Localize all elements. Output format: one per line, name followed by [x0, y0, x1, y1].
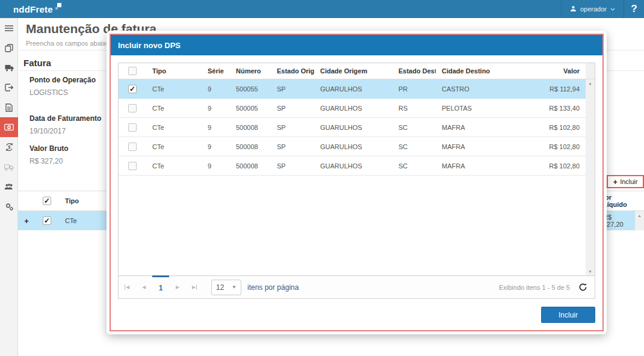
- sidebar-item-money-exchange[interactable]: $: [0, 137, 18, 157]
- modal-footer: Incluir: [118, 307, 595, 323]
- cell-estado-destino: SC: [392, 124, 436, 131]
- pager-status: Exibindo itens 1 - 5 de 5: [499, 284, 570, 291]
- field-label-ponto-operacao: Ponto de Operação: [29, 76, 114, 84]
- dps-grid-header: Tipo Série Número Estado Orig... Cidade …: [119, 63, 595, 79]
- header-scrollbar-spacer: [586, 63, 595, 79]
- page-size-select[interactable]: 12 ▼: [211, 280, 241, 295]
- dps-grid: Tipo Série Número Estado Orig... Cidade …: [118, 63, 595, 299]
- scroll-up-icon: ▲: [588, 81, 592, 85]
- field-value-ponto-operacao[interactable]: LOGISTICS: [29, 88, 114, 97]
- row-checkbox[interactable]: [128, 162, 137, 170]
- pager: ◀ ◀ 1 ▶ ▶ 12 ▼ itens por página Exibindo…: [119, 275, 595, 298]
- annotation-highlight-box: Incluir novo DPS Tipo Série Número Estad…: [110, 34, 604, 331]
- help-icon: ?: [631, 3, 637, 15]
- grid-scrollbar[interactable]: ▲: [635, 211, 644, 230]
- select-all-checkbox[interactable]: [43, 197, 51, 205]
- user-icon: [570, 5, 577, 13]
- col-header-estado-destino[interactable]: Estado Dest...: [392, 67, 436, 75]
- cell-cidade-origem: GUARULHOS: [314, 124, 392, 131]
- plus-icon: +: [613, 177, 618, 186]
- cell-valor: R$ 102,80: [515, 124, 586, 131]
- col-header-cidade-origem[interactable]: Cidade Origem: [314, 67, 392, 75]
- incluir-dps-button[interactable]: + Incluir: [607, 175, 644, 188]
- incluir-dps-modal: Incluir novo DPS Tipo Série Número Estad…: [107, 31, 607, 334]
- sidebar-item-documents[interactable]: [0, 38, 18, 58]
- select-all-checkbox[interactable]: [128, 67, 137, 75]
- col-header-tipo[interactable]: Tipo: [146, 67, 202, 75]
- app-window: nddFrete operador ?: [0, 0, 644, 356]
- modal-incluir-button[interactable]: Incluir: [541, 307, 595, 323]
- chevron-down-icon: [610, 5, 615, 13]
- row-checkbox[interactable]: [43, 216, 51, 225]
- cell-estado-origem: SP: [271, 143, 314, 150]
- field-value-data-faturamento[interactable]: 19/10/2017: [29, 127, 114, 135]
- dps-row[interactable]: CTe 9 500008 SP GUARULHOS SC MAFRA R$ 10…: [119, 156, 586, 176]
- truck-trailer-icon: [4, 164, 14, 171]
- modal-header: Incluir novo DPS: [111, 35, 602, 55]
- pager-last-button[interactable]: ▶: [186, 276, 203, 299]
- pager-page-1[interactable]: 1: [152, 275, 169, 298]
- sidebar-item-truck-trailer[interactable]: [0, 157, 18, 177]
- cell-valor: R$ 102,80: [515, 143, 586, 150]
- col-header-valor[interactable]: Valor: [515, 67, 586, 75]
- fatura-grid-row[interactable]: + CTe: [18, 211, 112, 230]
- cell-tipo: CTe: [59, 217, 112, 224]
- dps-row[interactable]: CTe 9 500008 SP GUARULHOS SC MAFRA R$ 10…: [119, 118, 586, 137]
- pager-next-button[interactable]: ▶: [169, 276, 186, 299]
- pager-prev-button[interactable]: ◀: [135, 276, 152, 299]
- logo-squares-icon: [55, 3, 61, 9]
- dps-row[interactable]: CTe 9 500055 SP GUARULHOS PR CASTRO R$ 1…: [119, 79, 586, 99]
- export-icon: [5, 84, 13, 91]
- cell-tipo: CTe: [146, 105, 202, 112]
- cell-valor: R$ 133,40: [515, 105, 586, 112]
- cell-valor: R$ 102,80: [515, 162, 586, 170]
- svg-text:$: $: [8, 145, 10, 150]
- truck-icon: [5, 64, 14, 72]
- sidebar-item-truck[interactable]: [0, 58, 18, 78]
- cell-cidade-destino: CASTRO: [436, 85, 515, 93]
- grid-scrollbar[interactable]: ▲ ▼: [586, 79, 595, 275]
- cell-estado-destino: PR: [392, 85, 436, 93]
- cell-numero: 500055: [230, 85, 271, 93]
- cell-serie: 9: [202, 124, 230, 131]
- dps-row[interactable]: CTe 9 500005 SP GUARULHOS RS PELOTAS R$ …: [119, 99, 586, 118]
- cell-cidade-destino: MAFRA: [436, 162, 515, 170]
- app-logo-text: nddFrete: [13, 4, 53, 14]
- cell-estado-origem: SP: [271, 162, 314, 170]
- cell-estado-destino: SC: [392, 162, 436, 170]
- cell-estado-destino: RS: [392, 105, 436, 112]
- col-header-serie[interactable]: Série: [202, 67, 230, 75]
- row-checkbox[interactable]: [128, 143, 137, 151]
- col-header-estado-origem[interactable]: Estado Orig...: [271, 67, 314, 75]
- help-button[interactable]: ?: [624, 0, 644, 18]
- row-expander-icon[interactable]: +: [24, 216, 29, 226]
- pager-first-button[interactable]: ◀: [119, 276, 135, 299]
- dps-grid-body: CTe 9 500055 SP GUARULHOS PR CASTRO R$ 1…: [119, 79, 595, 275]
- sidebar-item-users[interactable]: [0, 177, 18, 197]
- sidebar-item-menu[interactable]: [0, 18, 18, 38]
- row-checkbox[interactable]: [128, 123, 137, 132]
- modal-body: Tipo Série Número Estado Orig... Cidade …: [111, 55, 602, 330]
- sidebar-item-invoice-active[interactable]: 1: [0, 117, 18, 137]
- col-header-numero[interactable]: Número: [230, 67, 271, 75]
- section-title-fatura: Fatura: [23, 58, 51, 68]
- document-icon: [5, 103, 13, 112]
- refresh-button[interactable]: [578, 283, 587, 292]
- field-value-valor-bruto: R$ 327,20: [29, 157, 114, 165]
- cell-cidade-origem: GUARULHOS: [314, 162, 392, 170]
- row-checkbox[interactable]: [128, 85, 137, 93]
- row-checkbox[interactable]: [128, 104, 137, 112]
- scroll-up-icon: ▲: [637, 213, 642, 230]
- sidebar-item-settings[interactable]: [0, 197, 18, 216]
- user-menu[interactable]: operador: [561, 0, 624, 18]
- sidebar-item-export[interactable]: [0, 78, 18, 97]
- cell-estado-origem: SP: [271, 105, 314, 112]
- cell-cidade-destino: PELOTAS: [436, 105, 515, 112]
- sidebar-item-document[interactable]: [0, 97, 18, 117]
- dps-row[interactable]: CTe 9 500008 SP GUARULHOS SC MAFRA R$ 10…: [119, 137, 586, 156]
- cell-numero: 500008: [230, 143, 271, 150]
- page-size-value: 12: [216, 283, 224, 292]
- cell-cidade-destino: MAFRA: [436, 124, 515, 131]
- field-label-data-faturamento: Data de Faturamento: [29, 114, 114, 123]
- col-header-cidade-destino[interactable]: Cidade Destino: [436, 67, 515, 75]
